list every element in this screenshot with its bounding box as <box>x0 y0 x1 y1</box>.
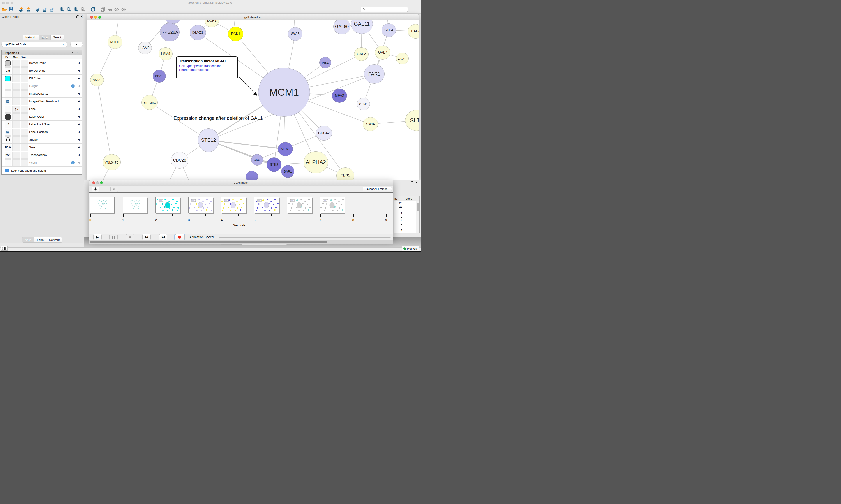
zoom-in-button[interactable] <box>58 6 66 13</box>
tab-style[interactable]: Style <box>38 35 51 40</box>
node-SNF3[interactable]: SNF3 <box>90 74 104 86</box>
refresh-button[interactable] <box>89 6 96 13</box>
copy-view-button[interactable] <box>99 6 106 13</box>
mapping-cell[interactable] <box>13 60 20 67</box>
mapping-cell[interactable] <box>13 113 20 120</box>
properties-header[interactable]: Properties ▾ <box>3 51 19 55</box>
property-row-image-chart-position-1[interactable]: Image/Chart Position 1◀ <box>2 98 82 105</box>
zoom-fit-button[interactable] <box>72 6 79 13</box>
annotation-link[interactable]: Cell-type-specific transcription <box>179 64 235 68</box>
expand-property-icon[interactable]: ◀ <box>78 69 79 72</box>
default-value-cell[interactable] <box>5 137 11 143</box>
annotation-box[interactable]: Transcription factor MCM1 Cell-type-spec… <box>176 56 238 78</box>
bypass-cell[interactable] <box>21 98 28 105</box>
import-network-button[interactable] <box>18 6 25 13</box>
hide-selected-button[interactable] <box>113 6 120 13</box>
tab-network[interactable]: Network <box>46 237 62 242</box>
tab-edge[interactable]: Edge <box>34 237 47 242</box>
node-GAL2[interactable]: GAL2 <box>354 47 369 61</box>
default-value-cell[interactable] <box>5 106 11 112</box>
default-value-cell[interactable] <box>5 60 11 67</box>
memory-button[interactable]: Memory <box>402 246 419 251</box>
network-canvas[interactable]: Expression change after deletion of GAL1… <box>87 20 419 180</box>
bypass-cell[interactable] <box>21 159 28 166</box>
zoom-selected-button[interactable] <box>79 6 87 13</box>
mapping-cell[interactable] <box>13 75 20 82</box>
export-table-button[interactable] <box>42 6 49 13</box>
mapping-cell[interactable]: ⋮› <box>13 106 20 112</box>
property-row-fill-color[interactable]: Fill Color◀ <box>2 75 82 82</box>
node-GIC2[interactable]: GIC2 <box>251 154 263 165</box>
property-row-label[interactable]: ⋮›Label◀ <box>2 105 82 113</box>
add-frame-button[interactable]: ✚ <box>92 186 100 192</box>
mapping-cell[interactable] <box>13 98 20 105</box>
mapping-cell[interactable] <box>13 121 20 128</box>
property-row-border-width[interactable]: 2.0Border Width◀ <box>2 67 82 75</box>
export-image-button[interactable] <box>49 6 56 13</box>
tab-network[interactable]: Network <box>22 35 39 40</box>
default-value-cell[interactable] <box>5 75 11 82</box>
mapping-cell[interactable] <box>13 159 20 166</box>
default-value-cell[interactable]: 2.0 <box>5 68 11 74</box>
step-back-button[interactable]: ◀ <box>142 234 151 240</box>
table-cell[interactable]: 25 <box>394 205 416 209</box>
table-cell[interactable]: 2 <box>394 229 416 232</box>
expand-property-icon[interactable]: ◀ <box>78 154 79 156</box>
mapping-cell[interactable] <box>13 68 20 74</box>
mapping-cell[interactable] <box>13 152 20 159</box>
table-column-stress[interactable]: Stres <box>406 197 412 200</box>
property-row-image-chart-1[interactable]: Image/Chart 1◀ <box>2 90 82 98</box>
close-table-panel-icon[interactable]: ✕ <box>415 181 418 184</box>
timeline-playhead[interactable] <box>188 193 188 217</box>
node-MTH1[interactable]: MTH1 <box>108 35 122 49</box>
table-cell[interactable]: 2 <box>394 215 416 218</box>
stop-button[interactable]: ■ <box>126 234 134 240</box>
node-ALPHA2[interactable]: ALPHA2 <box>304 151 328 173</box>
step-forward-button[interactable]: ▶ <box>159 234 167 240</box>
bypass-cell[interactable] <box>21 129 28 136</box>
expand-property-icon[interactable]: ◀ <box>78 108 79 110</box>
property-row-border-paint[interactable]: Border Paint◀ <box>2 59 82 67</box>
node-MFA1[interactable]: MFA1 <box>278 142 293 156</box>
bypass-cell[interactable] <box>21 68 28 74</box>
node-LSM2[interactable]: LSM2 <box>138 41 152 54</box>
property-row-label-font-size[interactable]: 12Label Font Size◀ <box>2 121 82 128</box>
table-scrollbar[interactable] <box>416 201 419 233</box>
frame-thumbnail-0[interactable] <box>90 197 114 213</box>
default-value-cell[interactable] <box>5 98 11 105</box>
show-all-button[interactable] <box>120 6 127 13</box>
bypass-cell[interactable] <box>21 106 28 112</box>
property-row-label-position[interactable]: Label Position◀ <box>2 128 82 136</box>
node-DMC1[interactable]: DMC1 <box>190 25 206 40</box>
export-network-button[interactable] <box>35 6 42 13</box>
frame-thumbnail-3[interactable] <box>189 197 213 213</box>
default-value-cell[interactable] <box>5 159 11 166</box>
frame-thumbnail-4[interactable] <box>221 197 246 213</box>
default-value-cell[interactable] <box>5 129 11 136</box>
bypass-cell[interactable] <box>21 113 28 120</box>
node-SWI4[interactable]: SWI4 <box>363 117 378 131</box>
expand-property-icon[interactable]: ◀ <box>78 115 79 118</box>
property-row-height[interactable]: Heighti◀ <box>2 82 82 90</box>
node-LSM4[interactable]: LSM4 <box>159 47 173 60</box>
tab-node[interactable]: Node <box>22 237 34 242</box>
expand-property-icon[interactable]: ◀ <box>78 138 79 141</box>
float-panel-icon[interactable] <box>76 15 79 18</box>
table-cell[interactable]: 1 <box>394 212 416 215</box>
animation-timeline[interactable]: 0123456789 Seconds <box>89 193 393 234</box>
node-RPS28A[interactable]: RPS28A <box>160 23 180 41</box>
dev-panel-button[interactable] <box>1 246 8 251</box>
bypass-cell[interactable] <box>21 152 28 159</box>
cyanimator-titlebar[interactable]: CyAnimator <box>89 180 393 186</box>
node-STE4[interactable]: STE4 <box>381 23 396 37</box>
table-cell[interactable]: 26 <box>394 201 416 205</box>
table-column-ity[interactable]: ity <box>394 197 397 200</box>
bypass-cell[interactable] <box>21 83 28 90</box>
timeline-scrollbar[interactable] <box>89 240 393 244</box>
info-icon[interactable]: i <box>71 84 75 88</box>
style-selector[interactable]: galFiltered Style ▼ <box>1 41 68 47</box>
property-row-width[interactable]: Widthi◀ <box>2 159 82 167</box>
node-MFA2[interactable]: MFA2 <box>332 89 347 103</box>
clear-all-frames-button[interactable]: Clear All Frames <box>363 187 392 191</box>
bypass-cell[interactable] <box>21 75 28 82</box>
